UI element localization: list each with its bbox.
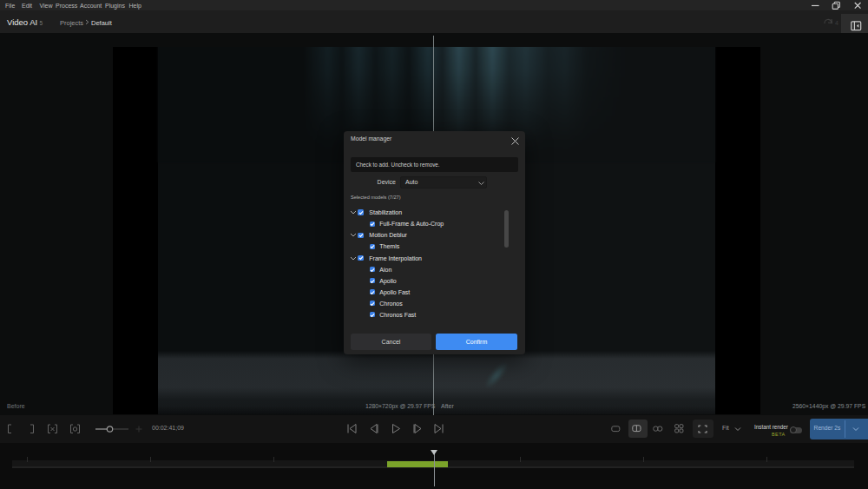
svg-text:4: 4 <box>835 20 838 26</box>
